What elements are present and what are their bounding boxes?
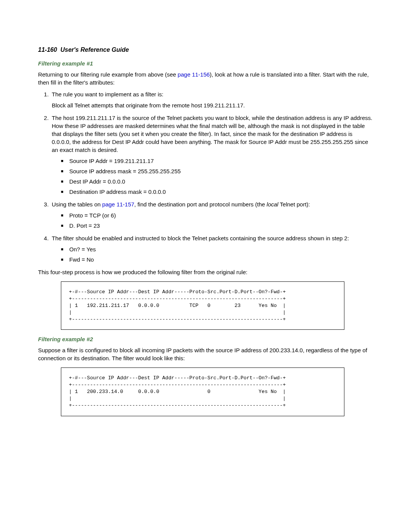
bullet-item: On? = Yes [61, 245, 373, 253]
text: Using the tables on [52, 201, 102, 208]
page-title: User's Reference Guide [61, 46, 129, 53]
step-2-bullets: Source IP Addr = 199.211.211.17 Source I… [52, 157, 373, 196]
filter-table-pre-2: +-#---Source IP Addr---Dest IP Addr-----… [69, 375, 336, 409]
section-title-1: Filtering example #1 [38, 59, 373, 67]
outro-paragraph-1: This four-step process is how we produce… [38, 268, 373, 276]
step-2-text: The host 199.211.211.17 is the source of… [52, 114, 373, 154]
bullet-item: Source IP address mask = 255.255.255.255 [61, 167, 373, 175]
page-number: 11-160 [38, 46, 57, 53]
bullet-item: D. Port = 23 [61, 222, 373, 230]
step-1: The rule you want to implement as a filt… [50, 90, 373, 109]
bullet-item: Proto = TCP (or 6) [61, 211, 373, 219]
ordered-steps-list: The rule you want to implement as a filt… [38, 90, 373, 264]
bullet-item: Source IP Addr = 199.211.211.17 [61, 157, 373, 165]
step-1-text-b: Block all Telnet attempts that originate… [52, 101, 373, 109]
step-1-text-a: The rule you want to implement as a filt… [52, 90, 373, 98]
bullet-item: Fwd = No [61, 256, 373, 264]
text: , find the destination port and protocol… [134, 201, 267, 208]
step-2: The host 199.211.211.17 is the source of… [50, 114, 373, 196]
filter-table-box-2: +-#---Source IP Addr---Dest IP Addr-----… [61, 367, 344, 416]
bullet-item: Dest IP Addr = 0.0.0.0 [61, 177, 373, 185]
section-title-2: Filtering example #2 [38, 335, 373, 343]
intro-paragraph-2: Suppose a filter is configured to block … [38, 346, 373, 362]
filter-table-pre-1: +-#---Source IP Addr---Dest IP Addr-----… [69, 289, 336, 323]
step-3: Using the tables on page 11-157, find th… [50, 200, 373, 230]
page-header: 11-160 User's Reference Guide [38, 46, 373, 54]
document-page: 11-160 User's Reference Guide Filtering … [0, 0, 411, 532]
intro-paragraph-1: Returning to our filtering rule example … [38, 70, 373, 86]
text: Telnet port): [278, 201, 310, 208]
step-4-text: The filter should be enabled and instruc… [52, 234, 373, 242]
text: Returning to our filtering rule example … [38, 71, 178, 78]
filter-table-box-1: +-#---Source IP Addr---Dest IP Addr-----… [61, 281, 344, 330]
step-3-bullets: Proto = TCP (or 6) D. Port = 23 [52, 211, 373, 230]
link-page-11-156[interactable]: page 11-156 [178, 71, 210, 78]
step-4-bullets: On? = Yes Fwd = No [52, 245, 373, 264]
step-4: The filter should be enabled and instruc… [50, 234, 373, 264]
bullet-item: Destination IP address mask = 0.0.0.0 [61, 188, 373, 196]
step-3-text: Using the tables on page 11-157, find th… [52, 200, 373, 208]
link-page-11-157[interactable]: page 11-157 [102, 201, 134, 208]
italic-local: local [267, 201, 279, 208]
